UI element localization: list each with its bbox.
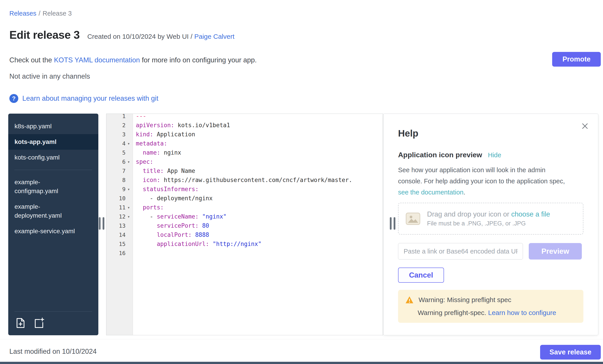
line-number: 15 — [106, 240, 133, 249]
see-documentation-link[interactable]: see the documentation — [398, 189, 464, 196]
dropzone-hint: File must be a .PNG, .JPEG, or .JPG — [427, 220, 550, 227]
code-line[interactable]: 9▾ statusInformers: — [106, 185, 383, 194]
cancel-button[interactable]: Cancel — [398, 267, 444, 283]
line-number: 9▾ — [106, 185, 133, 194]
resize-bar — [394, 217, 395, 230]
close-icon[interactable] — [580, 121, 590, 131]
code-text: - serviceName: "nginx" — [133, 212, 227, 221]
help-panel: Help Application icon preview Hide See h… — [383, 114, 598, 335]
page-title: Edit release 3 — [9, 29, 80, 41]
code-line[interactable]: 13 servicePort: 80 — [106, 221, 383, 230]
breadcrumb: Releases/Release 3 — [9, 10, 72, 17]
choose-file-link[interactable]: choose a file — [511, 210, 550, 218]
file-group-divider — [14, 170, 92, 170]
line-number: 1 — [106, 114, 133, 121]
file-name: k8s-app.yaml — [14, 122, 52, 131]
resize-bar — [99, 217, 101, 230]
dropzone-line1: Drag and drop your icon or choose a file — [427, 210, 550, 218]
learn-configure-link[interactable]: Learn how to configure — [488, 309, 556, 316]
warning-body: Warning preflight-spec. Learn how to con… — [418, 309, 576, 317]
preview-button[interactable]: Preview — [529, 243, 582, 260]
promote-button[interactable]: Promote — [552, 52, 601, 66]
resize-bar — [390, 217, 392, 230]
sidebar-footer-icons — [14, 317, 92, 329]
last-modified: Last modified on 10/10/2024 — [9, 348, 97, 355]
file-name: example-deployment.yaml — [14, 202, 77, 220]
code-lines: 1---2apiVersion: kots.io/v1beta13kind: A… — [106, 114, 383, 258]
doc-line: Check out the KOTS YAML documentation fo… — [9, 56, 257, 64]
import-file-icon[interactable] — [14, 317, 26, 329]
code-line[interactable]: 8 icon: https://raw.githubusercontent.co… — [106, 176, 383, 185]
file-tree-item[interactable]: kots-config.yaml — [8, 150, 98, 165]
line-number: 3 — [106, 130, 133, 139]
fold-arrow-icon[interactable]: ▾ — [126, 203, 132, 212]
question-icon: ? — [9, 94, 18, 103]
drop-text: Drag and drop your icon or — [427, 210, 511, 218]
code-line[interactable]: 12▾ - serviceName: "nginx" — [106, 212, 383, 221]
git-help-line: ? Learn about managing your releases wit… — [9, 94, 158, 103]
code-line[interactable]: 15 applicationUrl: "http://nginx" — [106, 240, 383, 249]
code-text: name: nginx — [133, 148, 181, 157]
code-text — [133, 249, 136, 258]
code-text: ports: — [133, 203, 164, 212]
icon-dropzone[interactable]: Drag and drop your icon or choose a file… — [398, 203, 583, 235]
file-tree-item[interactable]: kots-app.yaml — [8, 134, 98, 150]
file-list: k8s-app.yamlkots-app.yamlkots-config.yam… — [8, 119, 98, 239]
code-text: statusInformers: — [133, 185, 199, 194]
line-number: 13 — [106, 221, 133, 230]
line-number: 11▾ — [106, 203, 133, 212]
code-line[interactable]: 4▾metadata: — [106, 139, 383, 148]
icon-preview-description: See how your application icon will look … — [398, 165, 568, 198]
save-release-button[interactable]: Save release — [540, 345, 601, 360]
fold-arrow-icon[interactable]: ▾ — [126, 185, 132, 194]
icon-url-input[interactable] — [398, 243, 523, 260]
file-tree-item[interactable]: k8s-app.yaml — [8, 119, 98, 134]
panels: k8s-app.yamlkots-app.yamlkots-config.yam… — [8, 114, 598, 335]
line-number: 8 — [106, 176, 133, 185]
new-file-icon[interactable] — [33, 317, 45, 329]
code-line[interactable]: 3kind: Application — [106, 130, 383, 139]
sidebar-footer — [8, 311, 98, 335]
created-by-link[interactable]: Paige Calvert — [194, 33, 234, 40]
yaml-editor[interactable]: 1---2apiVersion: kots.io/v1beta13kind: A… — [106, 114, 383, 335]
bottom-edge — [0, 362, 603, 364]
code-line[interactable]: 7 title: App Name — [106, 166, 383, 176]
file-tree-item[interactable]: example-deployment.yaml — [8, 199, 98, 223]
line-number: 4▾ — [106, 139, 133, 148]
line-number: 2 — [106, 121, 133, 130]
file-tree-sidebar: k8s-app.yamlkots-app.yamlkots-config.yam… — [8, 114, 98, 335]
warning-icon — [405, 296, 414, 304]
code-text: icon: https://raw.githubusercontent.com/… — [133, 176, 352, 185]
code-line[interactable]: 2apiVersion: kots.io/v1beta1 — [106, 121, 383, 130]
created-text: Created on 10/10/2024 by Web UI / — [87, 33, 192, 40]
editor-resize-handle[interactable] — [390, 217, 395, 230]
code-line[interactable]: 5 name: nginx — [106, 148, 383, 157]
git-releases-link[interactable]: Learn about managing your releases with … — [22, 94, 158, 102]
channel-status: Not active in any channels — [9, 72, 90, 80]
breadcrumb-releases-link[interactable]: Releases — [9, 10, 36, 17]
code-text: metadata: — [133, 139, 167, 148]
code-line[interactable]: 11▾ ports: — [106, 203, 383, 212]
code-line[interactable]: 6▾spec: — [106, 157, 383, 166]
kots-yaml-doc-link[interactable]: KOTS YAML documentation — [54, 56, 140, 64]
code-line[interactable]: 14 localPort: 8888 — [106, 230, 383, 240]
file-tree-item[interactable]: example-service.yaml — [8, 223, 98, 239]
breadcrumb-current: Release 3 — [43, 10, 72, 17]
fold-arrow-icon[interactable]: ▾ — [126, 157, 132, 166]
fold-arrow-icon[interactable]: ▾ — [126, 212, 132, 221]
code-line[interactable]: 10 - deployment/nginx — [106, 194, 383, 203]
sidebar-resize-handle[interactable] — [99, 217, 104, 230]
file-name: kots-config.yaml — [14, 153, 59, 162]
footer-divider — [0, 339, 603, 339]
line-number: 14 — [106, 230, 133, 240]
edit-release-page: Releases/Release 3 Edit release 3 Create… — [0, 0, 603, 364]
resize-bar — [103, 217, 104, 230]
fold-arrow-icon[interactable]: ▾ — [126, 139, 132, 148]
description-text: See how your application icon will look … — [398, 166, 565, 185]
hide-link[interactable]: Hide — [488, 152, 501, 159]
file-tree-item[interactable]: example-configmap.yaml — [8, 175, 98, 199]
title-row: Edit release 3 Created on 10/10/2024 by … — [9, 29, 234, 41]
code-line[interactable]: 16 — [106, 249, 383, 258]
code-line[interactable]: 1--- — [106, 114, 383, 121]
line-number: 7 — [106, 166, 133, 176]
